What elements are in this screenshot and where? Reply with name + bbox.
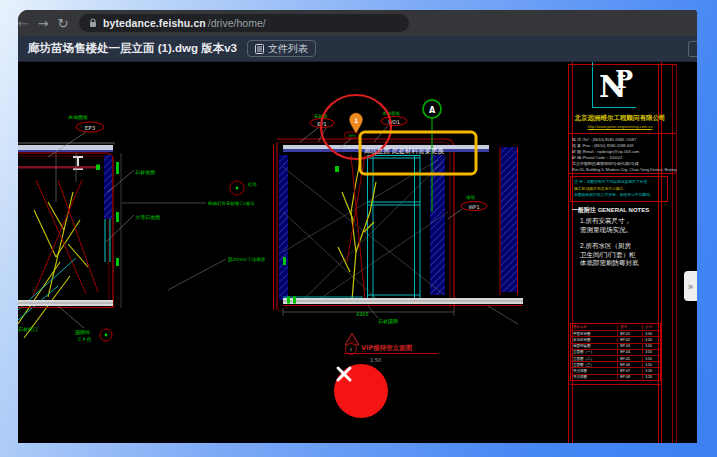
annotation-layer: EP3 1 廊坊立面 此处材料需要更换 <box>321 95 476 174</box>
annotation-note-text: 廊坊立面 此处材料需要更换 <box>364 147 445 155</box>
browser-window: ← → ↻ bytedance.feishu.cn /drive/home/ 廊… <box>18 10 697 443</box>
drawing-title-block: 1 VIP接待室立面图 1:50 <box>344 333 438 363</box>
file-list-button[interactable]: 文件列表 <box>247 40 316 57</box>
close-annotation-button[interactable] <box>334 364 388 418</box>
material-label: 木饰面板 <box>68 114 88 121</box>
url-host: bytedance.feishu.cn <box>103 17 206 29</box>
cad-canvas: 木饰面板 EP3 石材墙面 大理石墙面 踢脚线 C＃色 石材收口 灯带 暗 <box>18 62 697 443</box>
wp1-tag: WP1 <box>468 204 479 210</box>
url-path: /drive/home/ <box>208 17 266 29</box>
comment-pin-number: 1 <box>354 117 358 124</box>
middle-elevation-linework <box>274 126 524 324</box>
material-label: 大理石墙面 <box>135 214 160 221</box>
drop-label: 踢20mm下挂横撑 <box>228 257 265 263</box>
detail-bubble-dot <box>105 334 108 337</box>
concealed-label: 暗藏灯带石材收口/做法 <box>208 200 255 207</box>
left-elevation-linework <box>18 132 134 338</box>
side-panel-toggle[interactable]: » <box>684 271 697 301</box>
file-list-label: 文件列表 <box>268 42 308 56</box>
browser-toolbar: ← → ↻ bytedance.feishu.cn /drive/home/ <box>18 10 697 36</box>
lamp-label: 灯带 <box>248 182 258 187</box>
material-label: 石材墙面 <box>135 169 155 176</box>
forward-icon[interactable]: → <box>33 16 53 31</box>
right-edge-button-partial[interactable] <box>688 41 697 57</box>
material-label: 墙纸 <box>465 195 476 200</box>
drawing-title-text: VIP接待室立面图 <box>361 344 412 352</box>
middle-elevation-labels: 石材面 EP1 木饰面板 WD1 墙纸 WP1 4265 石材踢脚 <box>310 111 487 325</box>
back-icon[interactable]: ← <box>18 16 33 31</box>
reload-icon[interactable]: ↻ <box>53 16 73 31</box>
lock-icon <box>89 18 97 28</box>
title-marker-number: 1 <box>350 347 353 352</box>
screenshot-frame: ← → ↻ bytedance.feishu.cn /drive/home/ 廊… <box>0 0 717 457</box>
section-marker-letter: A <box>429 106 436 115</box>
document-title: 廊坊苗场售楼处一层立面 (1).dwg 版本v3 <box>28 41 237 56</box>
ep3-tag: EP3 <box>85 125 96 131</box>
skirting-label: 踢脚线 <box>75 329 90 336</box>
document-header: 廊坊苗场售楼处一层立面 (1).dwg 版本v3 文件列表 <box>18 36 697 62</box>
url-bar[interactable]: bytedance.feishu.cn /drive/home/ <box>79 14 409 32</box>
chevron-right-icon: » <box>687 281 693 292</box>
comment-pin[interactable]: 1 <box>350 113 363 133</box>
corner-label: 石材收口 <box>18 326 38 333</box>
mid-area-labels: 灯带 暗藏灯带石材收口/做法 踢20mm下挂横撑 <box>122 181 265 290</box>
detail-bubble-dot <box>236 187 239 190</box>
dimension-text: 4265 <box>356 311 369 317</box>
material-label: 木饰面板 <box>382 111 401 116</box>
skirting-color-label: C＃色 <box>78 336 92 342</box>
drawing-scale-text: 1:50 <box>370 357 381 363</box>
small-tag: EP3 <box>349 134 356 138</box>
document-icon <box>255 44 264 54</box>
base-material-label: 石材踢脚 <box>378 318 398 325</box>
close-icon <box>334 364 354 384</box>
